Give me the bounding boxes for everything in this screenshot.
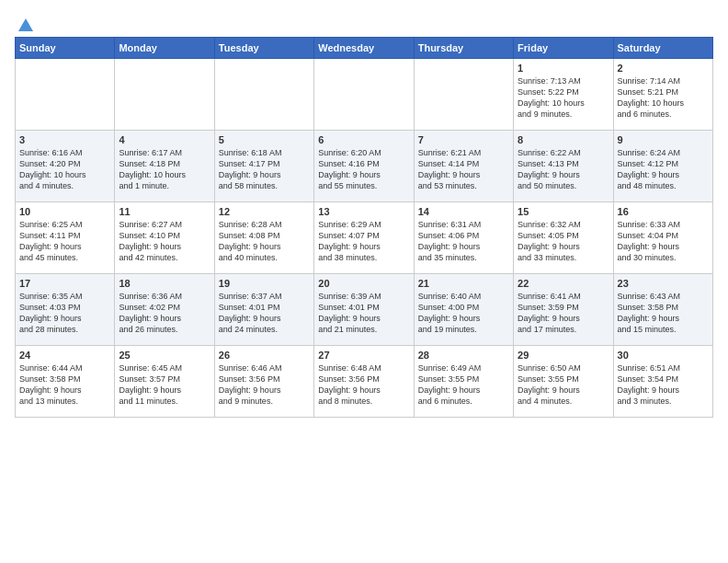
calendar-cell: 17Sunrise: 6:35 AMSunset: 4:03 PMDayligh… (16, 274, 115, 346)
day-number: 5 (219, 134, 310, 145)
day-info: Sunrise: 6:18 AMSunset: 4:17 PMDaylight:… (219, 147, 310, 192)
calendar-cell (314, 59, 414, 131)
calendar-cell (414, 59, 513, 131)
day-info: Sunrise: 6:48 AMSunset: 3:56 PMDaylight:… (318, 362, 409, 408)
day-info: Sunrise: 6:40 AMSunset: 4:00 PMDaylight:… (418, 291, 509, 336)
col-header-thursday: Thursday (414, 38, 513, 59)
day-number: 19 (219, 278, 310, 289)
day-info: Sunrise: 6:50 AMSunset: 3:55 PMDaylight:… (518, 362, 609, 408)
col-header-wednesday: Wednesday (314, 38, 414, 59)
logo-icon (17, 15, 35, 33)
day-info: Sunrise: 6:31 AMSunset: 4:06 PMDaylight:… (418, 219, 509, 264)
col-header-saturday: Saturday (613, 38, 712, 59)
day-info: Sunrise: 6:32 AMSunset: 4:05 PMDaylight:… (518, 219, 609, 264)
calendar-cell: 8Sunrise: 6:22 AMSunset: 4:13 PMDaylight… (514, 131, 613, 202)
col-header-tuesday: Tuesday (214, 38, 313, 59)
day-number: 24 (19, 350, 110, 361)
day-info: Sunrise: 6:49 AMSunset: 3:55 PMDaylight:… (418, 362, 509, 408)
calendar-cell (115, 59, 214, 131)
day-number: 2 (618, 63, 709, 74)
calendar-cell: 12Sunrise: 6:28 AMSunset: 4:08 PMDayligh… (214, 202, 313, 274)
calendar-cell: 25Sunrise: 6:45 AMSunset: 3:57 PMDayligh… (115, 346, 214, 418)
day-number: 23 (618, 278, 709, 289)
day-number: 16 (618, 206, 709, 217)
day-info: Sunrise: 6:33 AMSunset: 4:04 PMDaylight:… (618, 219, 709, 264)
day-info: Sunrise: 6:17 AMSunset: 4:18 PMDaylight:… (119, 147, 210, 192)
day-info: Sunrise: 6:44 AMSunset: 3:58 PMDaylight:… (19, 362, 110, 408)
day-info: Sunrise: 6:45 AMSunset: 3:57 PMDaylight:… (119, 362, 210, 408)
day-number: 25 (119, 350, 210, 361)
day-number: 8 (518, 134, 609, 145)
calendar-cell: 18Sunrise: 6:36 AMSunset: 4:02 PMDayligh… (115, 274, 214, 346)
day-number: 21 (418, 278, 509, 289)
day-info: Sunrise: 6:43 AMSunset: 3:58 PMDaylight:… (618, 291, 709, 336)
day-info: Sunrise: 6:39 AMSunset: 4:01 PMDaylight:… (318, 291, 409, 336)
day-number: 1 (518, 63, 609, 74)
calendar-cell: 16Sunrise: 6:33 AMSunset: 4:04 PMDayligh… (613, 202, 712, 274)
col-header-sunday: Sunday (16, 38, 115, 59)
calendar-cell: 23Sunrise: 6:43 AMSunset: 3:58 PMDayligh… (613, 274, 712, 346)
calendar-cell (16, 59, 115, 131)
day-info: Sunrise: 6:37 AMSunset: 4:01 PMDaylight:… (219, 291, 310, 336)
day-info: Sunrise: 6:21 AMSunset: 4:14 PMDaylight:… (418, 147, 509, 192)
calendar-cell: 4Sunrise: 6:17 AMSunset: 4:18 PMDaylight… (115, 131, 214, 202)
day-number: 3 (19, 134, 110, 145)
day-info: Sunrise: 7:13 AMSunset: 5:22 PMDaylight:… (518, 75, 609, 121)
day-info: Sunrise: 6:29 AMSunset: 4:07 PMDaylight:… (318, 219, 409, 264)
day-info: Sunrise: 6:36 AMSunset: 4:02 PMDaylight:… (119, 291, 210, 336)
calendar-cell: 13Sunrise: 6:29 AMSunset: 4:07 PMDayligh… (314, 202, 414, 274)
day-number: 11 (119, 206, 210, 217)
day-number: 18 (119, 278, 210, 289)
col-header-friday: Friday (514, 38, 613, 59)
day-number: 29 (518, 350, 609, 361)
calendar-cell: 1Sunrise: 7:13 AMSunset: 5:22 PMDaylight… (514, 59, 613, 131)
day-info: Sunrise: 6:22 AMSunset: 4:13 PMDaylight:… (518, 147, 609, 192)
day-number: 4 (119, 134, 210, 145)
calendar-cell: 19Sunrise: 6:37 AMSunset: 4:01 PMDayligh… (214, 274, 313, 346)
col-header-monday: Monday (115, 38, 214, 59)
calendar-cell: 26Sunrise: 6:46 AMSunset: 3:56 PMDayligh… (214, 346, 313, 418)
calendar-cell: 11Sunrise: 6:27 AMSunset: 4:10 PMDayligh… (115, 202, 214, 274)
calendar-cell (214, 59, 313, 131)
day-number: 9 (618, 134, 709, 145)
calendar-cell: 5Sunrise: 6:18 AMSunset: 4:17 PMDaylight… (214, 131, 313, 202)
calendar-cell: 29Sunrise: 6:50 AMSunset: 3:55 PMDayligh… (514, 346, 613, 418)
calendar-cell: 14Sunrise: 6:31 AMSunset: 4:06 PMDayligh… (414, 202, 513, 274)
calendar-cell: 7Sunrise: 6:21 AMSunset: 4:14 PMDaylight… (414, 131, 513, 202)
day-number: 13 (318, 206, 409, 217)
calendar-cell: 21Sunrise: 6:40 AMSunset: 4:00 PMDayligh… (414, 274, 513, 346)
day-number: 12 (219, 206, 310, 217)
day-info: Sunrise: 6:51 AMSunset: 3:54 PMDaylight:… (618, 362, 709, 408)
day-number: 22 (518, 278, 609, 289)
calendar-cell: 30Sunrise: 6:51 AMSunset: 3:54 PMDayligh… (613, 346, 712, 418)
day-number: 28 (418, 350, 509, 361)
day-number: 17 (19, 278, 110, 289)
svg-marker-0 (18, 18, 33, 31)
day-number: 6 (318, 134, 409, 145)
logo (15, 15, 35, 29)
day-info: Sunrise: 6:20 AMSunset: 4:16 PMDaylight:… (318, 147, 409, 192)
day-info: Sunrise: 6:41 AMSunset: 3:59 PMDaylight:… (518, 291, 609, 336)
calendar-cell: 20Sunrise: 6:39 AMSunset: 4:01 PMDayligh… (314, 274, 414, 346)
day-number: 15 (518, 206, 609, 217)
calendar-table: SundayMondayTuesdayWednesdayThursdayFrid… (15, 37, 713, 418)
day-number: 20 (318, 278, 409, 289)
calendar-cell: 2Sunrise: 7:14 AMSunset: 5:21 PMDaylight… (613, 59, 712, 131)
calendar-cell: 24Sunrise: 6:44 AMSunset: 3:58 PMDayligh… (16, 346, 115, 418)
calendar-cell: 22Sunrise: 6:41 AMSunset: 3:59 PMDayligh… (514, 274, 613, 346)
day-number: 30 (618, 350, 709, 361)
day-info: Sunrise: 6:35 AMSunset: 4:03 PMDaylight:… (19, 291, 110, 336)
calendar-cell: 28Sunrise: 6:49 AMSunset: 3:55 PMDayligh… (414, 346, 513, 418)
day-number: 14 (418, 206, 509, 217)
calendar-cell: 9Sunrise: 6:24 AMSunset: 4:12 PMDaylight… (613, 131, 712, 202)
day-info: Sunrise: 6:16 AMSunset: 4:20 PMDaylight:… (19, 147, 110, 192)
calendar-cell: 27Sunrise: 6:48 AMSunset: 3:56 PMDayligh… (314, 346, 414, 418)
day-info: Sunrise: 6:25 AMSunset: 4:11 PMDaylight:… (19, 219, 110, 264)
day-number: 10 (19, 206, 110, 217)
page-header (15, 15, 713, 29)
day-info: Sunrise: 6:27 AMSunset: 4:10 PMDaylight:… (119, 219, 210, 264)
day-info: Sunrise: 6:24 AMSunset: 4:12 PMDaylight:… (618, 147, 709, 192)
day-info: Sunrise: 6:28 AMSunset: 4:08 PMDaylight:… (219, 219, 310, 264)
day-number: 7 (418, 134, 509, 145)
day-info: Sunrise: 7:14 AMSunset: 5:21 PMDaylight:… (618, 75, 709, 121)
